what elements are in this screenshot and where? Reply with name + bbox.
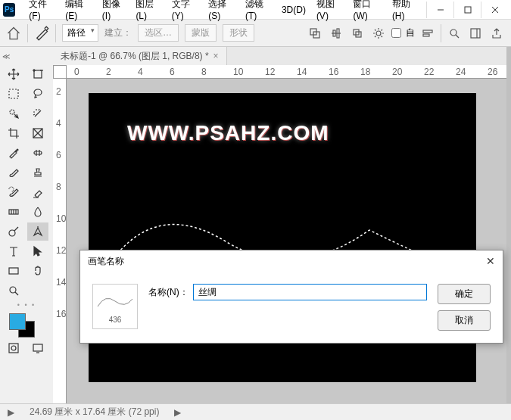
marquee-tool[interactable]	[3, 85, 24, 103]
svg-point-23	[34, 89, 42, 95]
menu-item[interactable]: 帮助(H)	[388, 0, 423, 23]
path-mode-dropdown[interactable]: 路径	[62, 24, 98, 42]
svg-rect-12	[423, 30, 432, 33]
frame-tool[interactable]	[27, 124, 48, 142]
ruler-corner	[53, 65, 67, 79]
align-edges-icon[interactable]	[419, 25, 436, 42]
artboard-tool[interactable]	[27, 65, 48, 83]
tools-panel: • • •	[0, 47, 53, 403]
svg-point-38	[10, 287, 16, 293]
app-logo: Ps	[3, 3, 15, 17]
shape-button[interactable]: 形状	[223, 24, 254, 42]
menu-item[interactable]: 编辑(E)	[61, 0, 96, 23]
tools-more[interactable]: • • •	[3, 301, 50, 309]
gradient-tool[interactable]	[3, 203, 24, 221]
path-combine-icon[interactable]	[307, 25, 323, 42]
gear-icon[interactable]	[370, 25, 387, 42]
ruler-horizontal[interactable]: 02468101214161820222426	[67, 65, 506, 79]
share-icon[interactable]	[488, 25, 505, 42]
svg-rect-16	[471, 29, 480, 38]
menu-item[interactable]: 文字(Y)	[167, 0, 203, 23]
canvas[interactable]: WWW.PSAHZ.COM	[67, 79, 506, 403]
status-arrow2[interactable]: ▶	[174, 407, 181, 418]
ruler-vertical[interactable]: 246810121416	[53, 79, 67, 403]
eraser-tool[interactable]	[27, 183, 48, 201]
svg-rect-22	[9, 89, 18, 98]
close-button[interactable]	[481, 2, 508, 18]
svg-line-15	[456, 35, 459, 38]
home-icon[interactable]	[6, 26, 21, 41]
cancel-button[interactable]: 取消	[438, 310, 491, 331]
build-label: 建立：	[104, 26, 132, 39]
statusbar: ▶ 24.69 厘米 x 17.64 厘米 (72 ppi) ▶	[0, 403, 511, 420]
minimize-button[interactable]	[426, 2, 453, 18]
brush-tool[interactable]	[3, 163, 24, 182]
lasso-tool[interactable]	[27, 85, 48, 103]
menu-item[interactable]: 视图(V)	[312, 0, 347, 23]
path-arrange-icon[interactable]	[349, 25, 366, 42]
dialog-titlebar[interactable]: 画笔名称 ✕	[80, 250, 503, 272]
svg-rect-37	[9, 268, 18, 274]
window-controls	[426, 2, 508, 18]
menu-item[interactable]: 文件(F)	[24, 0, 59, 23]
quickmask-tool[interactable]	[3, 339, 24, 357]
pen-tool[interactable]	[27, 222, 48, 241]
eyedropper-tool[interactable]	[3, 144, 24, 162]
auto-checkbox[interactable]	[391, 28, 401, 38]
screenmode-tool[interactable]	[27, 339, 48, 357]
close-tab-icon[interactable]: ×	[213, 51, 219, 61]
svg-point-11	[376, 31, 381, 36]
spot-heal-tool[interactable]	[27, 144, 48, 162]
menu-item[interactable]: 3D(D)	[277, 3, 310, 17]
search-icon[interactable]	[446, 25, 463, 42]
crop-tool[interactable]	[3, 124, 24, 142]
titlebar: Ps 文件(F)编辑(E)图像(I)图层(L)文字(Y)选择(S)滤镜(T)3D…	[0, 0, 511, 20]
zoom-tool[interactable]	[3, 282, 24, 300]
brush-name-dialog: 画笔名称 ✕ 436 名称(N)： 确定 取消	[79, 250, 503, 344]
name-label: 名称(N)：	[148, 286, 189, 299]
dialog-title: 画笔名称	[88, 255, 124, 268]
color-swatches[interactable]	[3, 313, 50, 338]
pen-tool-icon[interactable]	[34, 26, 49, 41]
document-area: 未标题-1 @ 66.7% (图层 1, RGB/8) *× 024681012…	[53, 47, 506, 403]
workspace-icon[interactable]	[467, 25, 484, 42]
path-select-tool[interactable]	[27, 242, 48, 260]
selection-button[interactable]: 选区…	[138, 24, 179, 42]
right-panel-collapsed[interactable]	[506, 47, 511, 403]
svg-rect-28	[34, 151, 42, 154]
blur-tool[interactable]	[27, 203, 48, 221]
ok-button[interactable]: 确定	[438, 284, 491, 304]
document-tab[interactable]: 未标题-1 @ 66.7% (图层 1, RGB/8) *×	[53, 47, 227, 66]
history-brush-tool[interactable]	[3, 183, 24, 201]
menu-item[interactable]: 图像(I)	[98, 0, 130, 23]
magic-wand-tool[interactable]	[27, 104, 48, 123]
foreground-color[interactable]	[9, 313, 26, 330]
brush-size-label: 436	[109, 316, 122, 324]
svg-point-35	[9, 230, 15, 236]
svg-point-14	[450, 30, 456, 36]
dodge-tool[interactable]	[3, 222, 24, 241]
menubar: 文件(F)编辑(E)图像(I)图层(L)文字(Y)选择(S)滤镜(T)3D(D)…	[21, 2, 426, 18]
maximize-button[interactable]	[453, 2, 481, 18]
move-tool[interactable]	[3, 65, 24, 83]
status-arrow[interactable]: ▶	[8, 407, 14, 418]
brush-name-input[interactable]	[193, 284, 427, 300]
collapse-left-icon[interactable]: ≪	[0, 50, 12, 62]
options-bar: 路径 建立： 选区… 蒙版 形状 自	[0, 20, 511, 47]
mask-button[interactable]: 蒙版	[185, 24, 217, 42]
stamp-tool[interactable]	[27, 163, 48, 182]
brush-preview: 436	[92, 284, 138, 329]
menu-item[interactable]: 选择(S)	[204, 0, 239, 23]
quick-select-tool[interactable]	[3, 104, 24, 123]
type-tool[interactable]	[3, 242, 24, 260]
hand-tool[interactable]	[27, 262, 48, 280]
rectangle-tool[interactable]	[3, 262, 24, 280]
menu-item[interactable]: 窗口(W)	[348, 0, 385, 23]
menu-item[interactable]: 图层(L)	[131, 0, 165, 23]
auto-label: 自	[406, 26, 415, 39]
svg-rect-1	[465, 7, 471, 13]
dialog-close-icon[interactable]: ✕	[486, 255, 495, 267]
svg-line-36	[14, 227, 18, 231]
menu-item[interactable]: 滤镜(T)	[241, 0, 276, 23]
path-align-icon[interactable]	[328, 25, 344, 42]
